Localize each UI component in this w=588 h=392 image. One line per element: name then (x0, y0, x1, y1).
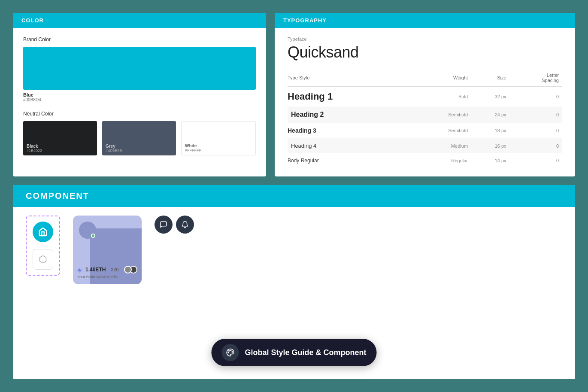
table-row: Heading 2 Semibold 24 px 0 (288, 106, 562, 123)
component-panel: COMPONENT (13, 185, 575, 379)
eth-count: 320 (111, 267, 118, 272)
bell-icon-button[interactable] (176, 216, 194, 234)
eth-caption: Your Brain social media... (77, 275, 137, 279)
svg-point-2 (229, 350, 230, 351)
col-letter-spacing: LetterSpacing (510, 70, 562, 87)
brand-color-name: Blue (23, 92, 33, 97)
white-swatch-label: White #FFFFFF (185, 143, 201, 152)
h2-ls: 0 (510, 106, 562, 123)
chat-icon-button[interactable] (155, 216, 173, 234)
card-component: ◈ 1.40ETH 320 Your Brain social media... (73, 216, 142, 284)
grey-swatch-name: Grey (106, 144, 122, 149)
black-swatch: Black #1B2022 (23, 121, 97, 155)
white-swatch: White #FFFFFF (181, 121, 256, 155)
eth-amount: 1.40ETH (85, 267, 106, 273)
h4-weight: Medium (412, 138, 471, 153)
h2-weight: Semibold (412, 106, 471, 123)
badge-text: Global Style Guide & Component (245, 348, 366, 357)
top-row: COLOR Brand Color Blue #00B8D4 Neutral C… (13, 13, 575, 176)
typeface-label: Typeface (288, 36, 562, 42)
type-h1: Heading 1 (288, 87, 412, 107)
body-ls: 0 (510, 153, 562, 168)
table-row: Body Regular Regular 14 px 0 (288, 153, 562, 168)
h1-size: 32 px (471, 87, 510, 107)
body-weight: Regular (412, 153, 471, 168)
table-row: Heading 1 Bold 32 px 0 (288, 87, 562, 107)
badge-palette-icon (221, 344, 239, 361)
neutral-color-label: Neutral Color (23, 111, 256, 117)
grey-swatch: Grey #4D5B6B (102, 121, 176, 155)
typography-panel-title: TYPOGRAPHY (283, 17, 327, 24)
table-row: Heading 4 Medium 16 px 0 (288, 138, 562, 153)
type-body: Body Regular (288, 153, 412, 168)
color-panel-body: Brand Color Blue #00B8D4 Neutral Color B… (13, 28, 266, 164)
brand-color-hex: #00B8D4 (23, 97, 41, 102)
brand-swatch-label: Blue #00B8D4 (23, 92, 256, 102)
global-badge: Global Style Guide & Component (211, 339, 376, 366)
component-header: COMPONENT (13, 185, 575, 207)
component-body: ◈ 1.40ETH 320 Your Brain social media... (13, 207, 575, 293)
brand-color-swatch (23, 47, 256, 90)
home-nav-icon[interactable] (33, 222, 53, 242)
black-swatch-hex: #1B2022 (27, 149, 42, 153)
h3-ls: 0 (510, 123, 562, 138)
type-h2: Heading 2 (288, 106, 412, 123)
type-h4: Heading 4 (288, 138, 412, 153)
table-row: Heading 3 Semibold 18 px 0 (288, 123, 562, 138)
col-size: Size (471, 70, 510, 87)
typography-panel: TYPOGRAPHY Typeface Quicksand Type Style… (275, 13, 575, 176)
white-swatch-hex: #FFFFFF (185, 148, 201, 152)
nav-sidebar-component (26, 216, 60, 276)
eth-icon: ◈ (77, 266, 82, 273)
black-swatch-name: Black (27, 144, 42, 149)
color-panel-title: COLOR (21, 17, 44, 24)
eth-info: ◈ 1.40ETH 320 Your Brain social media... (77, 266, 137, 279)
h4-size: 16 px (471, 138, 510, 153)
neutral-color-row: Black #1B2022 Grey #4D5B6B White # (23, 121, 256, 155)
grey-swatch-label: Grey #4D5B6B (106, 144, 122, 153)
grey-swatch-hex: #4D5B6B (106, 149, 122, 153)
h2-size: 24 px (471, 106, 510, 123)
typography-panel-header: TYPOGRAPHY (275, 13, 575, 28)
typeface-name: Quicksand (288, 43, 562, 61)
cube-nav-icon[interactable] (33, 249, 53, 270)
main-container: COLOR Brand Color Blue #00B8D4 Neutral C… (0, 0, 588, 392)
h1-ls: 0 (510, 87, 562, 107)
svg-point-3 (228, 352, 229, 353)
col-type-style: Type Style (288, 70, 412, 87)
svg-point-1 (232, 352, 233, 352)
type-style-table: Type Style Weight Size LetterSpacing Hea… (288, 70, 562, 168)
h4-ls: 0 (510, 138, 562, 153)
icon-buttons-row (155, 216, 194, 234)
white-swatch-name: White (185, 143, 201, 148)
black-swatch-label: Black #1B2022 (27, 144, 42, 153)
typography-panel-body: Typeface Quicksand Type Style Weight Siz… (275, 28, 575, 176)
online-indicator (91, 234, 95, 238)
avatar-wrapper (79, 222, 96, 239)
body-size: 14 px (471, 153, 510, 168)
icon-buttons-column (155, 216, 194, 234)
h3-weight: Semibold (412, 123, 471, 138)
component-title: COMPONENT (26, 191, 89, 201)
color-panel-header: COLOR (13, 13, 266, 28)
h1-weight: Bold (412, 87, 471, 107)
eth-row: ◈ 1.40ETH 320 (77, 266, 137, 273)
token-dots (124, 266, 137, 273)
col-weight: Weight (412, 70, 471, 87)
h3-size: 18 px (471, 123, 510, 138)
avatar (79, 222, 96, 239)
brand-color-label: Brand Color (23, 36, 256, 43)
token-dot-1 (124, 266, 132, 273)
type-h3: Heading 3 (288, 123, 412, 138)
color-panel: COLOR Brand Color Blue #00B8D4 Neutral C… (13, 13, 266, 176)
svg-point-0 (230, 350, 231, 351)
